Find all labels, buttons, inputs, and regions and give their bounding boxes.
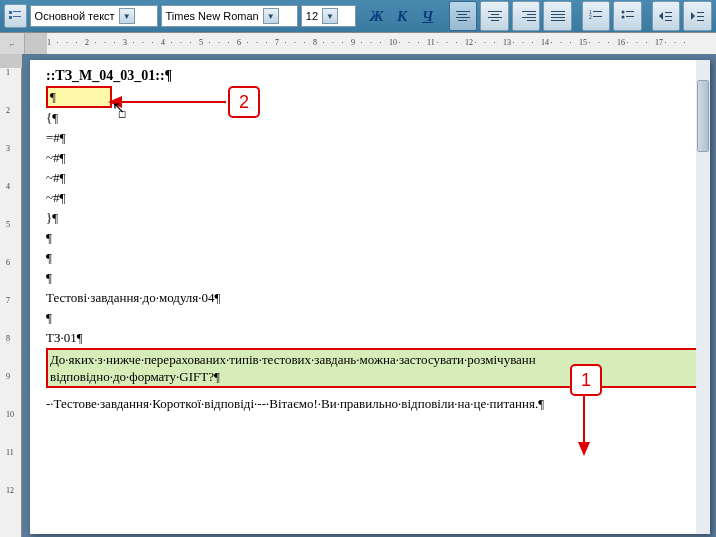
doc-title: ::ТЗ_М_04_03_01::¶: [46, 66, 706, 86]
chevron-down-icon: ▼: [263, 8, 279, 24]
svg-rect-14: [665, 20, 672, 21]
ruler-tick: 1: [6, 68, 10, 77]
increase-indent-button[interactable]: [683, 1, 712, 31]
doc-line: ~#¶: [46, 168, 706, 188]
highlighted-blank-line: ¶: [46, 86, 706, 108]
numbered-list-button[interactable]: 12: [582, 1, 611, 31]
callout-2: 2: [228, 86, 260, 118]
italic-button[interactable]: К: [391, 5, 413, 27]
ruler-tick: 14: [541, 38, 549, 47]
highlighted-question: До·яких·з·нижче·перерахованих·типів·тест…: [46, 348, 706, 388]
vertical-ruler[interactable]: 123456789101112: [0, 54, 22, 537]
doc-line: ~#¶: [46, 188, 706, 208]
selection-highlight: ¶: [46, 86, 112, 108]
doc-line: =#¶: [46, 128, 706, 148]
document-body: ::ТЗ_М_04_03_01::¶ ¶ {¶=#¶~#¶~#¶~#¶}¶¶¶¶…: [46, 66, 706, 414]
ruler-tick: 5: [199, 38, 203, 47]
doc-line: ¶: [46, 228, 706, 248]
document-page[interactable]: ::ТЗ_М_04_03_01::¶ ¶ {¶=#¶~#¶~#¶~#¶}¶¶¶¶…: [30, 60, 710, 534]
font-family-value: Times New Roman: [166, 10, 259, 22]
svg-rect-17: [697, 20, 704, 21]
ruler-tick: 4: [161, 38, 165, 47]
vertical-scrollbar[interactable]: [696, 60, 710, 534]
font-size-select[interactable]: 12 ▼: [301, 5, 356, 27]
ruler-tick: 10: [389, 38, 397, 47]
ruler-tick: 2: [85, 38, 89, 47]
doc-line: ТЗ·01¶: [46, 328, 706, 348]
svg-rect-13: [665, 16, 672, 17]
ruler-tick: 3: [123, 38, 127, 47]
scrollbar-thumb[interactable]: [697, 80, 709, 152]
ruler-tick: 11: [427, 38, 435, 47]
ruler-tick: 16: [617, 38, 625, 47]
ruler-tick: 12: [465, 38, 473, 47]
svg-rect-16: [697, 16, 704, 17]
ruler-tick: 9: [351, 38, 355, 47]
align-center-button[interactable]: [480, 1, 509, 31]
workspace: 123456789101112 ::ТЗ_М_04_03_01::¶ ¶ {¶=…: [0, 54, 716, 537]
horizontal-ruler[interactable]: ⌐ 1···2···3···4···5···6···7···8···9···10…: [0, 32, 716, 56]
ruler-tick: 8: [6, 334, 10, 343]
chevron-down-icon: ▼: [119, 8, 135, 24]
ruler-tick: 1: [47, 38, 51, 47]
svg-rect-7: [593, 16, 602, 17]
chevron-down-icon: ▼: [322, 8, 338, 24]
ruler-tick: 10: [6, 410, 14, 419]
ruler-tick: 9: [6, 372, 10, 381]
ruler-tick: 13: [503, 38, 511, 47]
ruler-tick: 7: [6, 296, 10, 305]
svg-rect-1: [13, 11, 21, 12]
align-justify-button[interactable]: [543, 1, 572, 31]
bold-button[interactable]: Ж: [365, 5, 387, 27]
ruler-tick: 4: [6, 182, 10, 191]
ruler-corner: ⌐: [0, 33, 25, 55]
ruler-tick: 2: [6, 106, 10, 115]
ruler-tick: 6: [237, 38, 241, 47]
underline-button[interactable]: Ч: [416, 5, 438, 27]
svg-point-8: [621, 11, 624, 14]
svg-rect-15: [697, 12, 704, 13]
ruler-tick: 8: [313, 38, 317, 47]
h-ruler-scale: 1···2···3···4···5···6···7···8···9···10··…: [25, 33, 716, 55]
paragraph-style-value: Основной текст: [35, 10, 115, 22]
ruler-tick: 12: [6, 486, 14, 495]
align-left-button[interactable]: [449, 1, 478, 31]
doc-line: ~#¶: [46, 148, 706, 168]
font-size-value: 12: [306, 10, 318, 22]
decrease-indent-button[interactable]: [652, 1, 681, 31]
question-text-line1: До·яких·з·нижче·перерахованих·типів·тест…: [50, 352, 536, 367]
ruler-tick: 5: [6, 220, 10, 229]
svg-rect-0: [9, 11, 12, 14]
svg-text:2: 2: [589, 14, 592, 20]
font-family-select[interactable]: Times New Roman ▼: [161, 5, 298, 27]
ruler-tick: 11: [6, 448, 14, 457]
svg-rect-9: [626, 11, 634, 12]
doc-line: ¶: [46, 268, 706, 288]
ruler-tick: 17: [655, 38, 663, 47]
doc-line: ¶: [46, 308, 706, 328]
svg-point-10: [621, 16, 624, 19]
svg-rect-2: [9, 16, 12, 19]
ruler-tick: 7: [275, 38, 279, 47]
ruler-tick: 6: [6, 258, 10, 267]
paragraph-style-select[interactable]: Основной текст ▼: [30, 5, 158, 27]
ruler-tick: 3: [6, 144, 10, 153]
page-area: ::ТЗ_М_04_03_01::¶ ¶ {¶=#¶~#¶~#¶~#¶}¶¶¶¶…: [22, 54, 716, 537]
styles-button[interactable]: [4, 4, 27, 28]
doc-line: ¶: [46, 248, 706, 268]
bullet-list-button[interactable]: [613, 1, 642, 31]
ruler-tick: 15: [579, 38, 587, 47]
svg-rect-12: [665, 12, 672, 13]
svg-rect-5: [593, 11, 602, 12]
svg-rect-11: [626, 16, 634, 17]
svg-rect-3: [13, 16, 21, 17]
question-text-line2: відповідно·до·формату·GIFT?¶: [50, 369, 220, 384]
doc-line: Тестові·завдання·до·модуля·04¶: [46, 288, 706, 308]
doc-line: {¶: [46, 108, 706, 128]
callout-1: 1: [570, 364, 602, 396]
doc-line: }¶: [46, 208, 706, 228]
align-right-button[interactable]: [512, 1, 541, 31]
formatting-toolbar: Основной текст ▼ Times New Roman ▼ 12 ▼ …: [0, 0, 716, 32]
doc-line: -·Тестове·завдання·Короткої·відповіді·--…: [46, 394, 706, 414]
